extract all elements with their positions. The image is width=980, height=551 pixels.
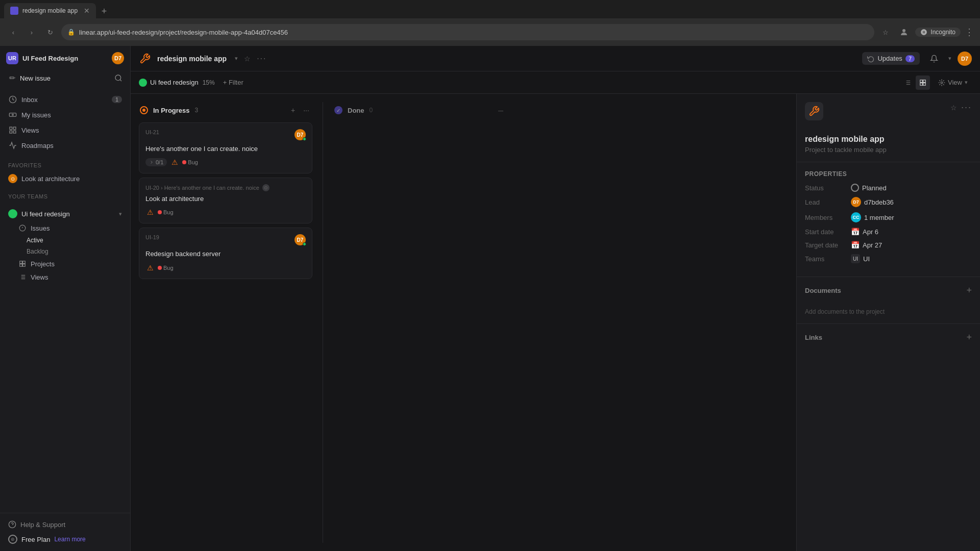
target-date-label: Target date: [805, 241, 851, 249]
list-view-button[interactable]: [900, 76, 915, 90]
updates-label: Updates: [877, 55, 902, 62]
my-issues-icon: [8, 110, 17, 119]
in-progress-more-button[interactable]: ···: [300, 104, 312, 116]
address-bar[interactable]: 🔒 linear.app/ui-feed-redesign/project/re…: [61, 24, 874, 40]
done-count: 0: [370, 107, 373, 114]
done-collapse-button[interactable]: –: [495, 104, 507, 116]
teams-value[interactable]: UI UI: [851, 254, 870, 263]
team-section: Ui feed redesign ▾ Issues Active Backlog: [0, 206, 130, 284]
issue-meta: ⚠ Bug: [145, 208, 306, 217]
inbox-icon: [8, 95, 17, 104]
properties-section: Properties Status Planned Lead D7 d7bdeb…: [797, 162, 980, 277]
svg-rect-6: [10, 131, 12, 133]
team-item-views[interactable]: Views: [14, 270, 126, 284]
incognito-button[interactable]: Incognito: [915, 28, 961, 37]
start-date-row: Start date 📅 Apr 6: [805, 228, 972, 236]
view-controls: [900, 76, 930, 90]
team-dot-icon: [8, 209, 17, 218]
favorite-label: Look at architecture: [21, 175, 80, 183]
issue-card-header: UI-19 D7: [145, 234, 306, 245]
properties-title: Properties: [805, 170, 972, 178]
favorite-look-at-architecture[interactable]: ⊙ Look at architecture: [4, 171, 126, 186]
free-plan-row: ⊚ Free Plan Learn more: [4, 532, 126, 547]
sub-item-active[interactable]: Active: [22, 235, 126, 246]
workspace-info[interactable]: UR UI Feed Redesign: [6, 52, 78, 64]
issue-avatar: D7: [295, 129, 306, 140]
sub-item-backlog[interactable]: Backlog: [22, 246, 126, 257]
lock-icon: 🔒: [67, 29, 75, 36]
project-title[interactable]: redesign mobile app: [157, 55, 227, 63]
sidebar-item-my-issues[interactable]: My issues: [4, 107, 126, 122]
members-avatar: CC: [851, 212, 861, 222]
start-date-value[interactable]: 📅 Apr 6: [851, 228, 878, 236]
done-column: ✓ Done 0 –: [333, 102, 507, 543]
svg-rect-29: [920, 80, 923, 82]
project-badge: Ui feed redesign: [139, 79, 199, 87]
tab-close-button[interactable]: ✕: [84, 7, 90, 15]
incognito-label: Incognito: [930, 29, 955, 36]
in-progress-add-button[interactable]: +: [287, 104, 299, 116]
forward-button[interactable]: ›: [24, 25, 39, 39]
issue-card-ui20[interactable]: UI-20 › Here's another one I can create.…: [139, 178, 312, 223]
documents-title: Documents: [805, 287, 841, 294]
active-tab[interactable]: redesign mobile app ✕: [4, 3, 96, 18]
views-team-label: Views: [31, 273, 48, 281]
browser-more-button[interactable]: ⋮: [965, 27, 974, 38]
app-container: UR UI Feed Redesign D7 ✏ New issue Inbox…: [0, 46, 980, 551]
topbar: redesign mobile app ▾ ☆ ··· Updates 7 ▾ …: [131, 46, 980, 71]
label-text: Bug: [163, 265, 174, 271]
panel-star-icon[interactable]: ☆: [950, 104, 957, 112]
sidebar-item-inbox[interactable]: Inbox 1: [4, 92, 126, 107]
view-dropdown-button[interactable]: View ▾: [934, 77, 972, 88]
issue-id: UI-21: [145, 129, 159, 135]
topbar-star-icon[interactable]: ☆: [244, 55, 251, 63]
svg-rect-11: [20, 261, 22, 264]
topbar-user-avatar[interactable]: D7: [958, 52, 972, 66]
documents-add-button[interactable]: +: [966, 285, 972, 296]
status-value[interactable]: Planned: [851, 184, 887, 192]
panel-project-title: redesign mobile app: [797, 135, 980, 144]
new-tab-button[interactable]: +: [97, 4, 111, 18]
reload-button[interactable]: ↻: [43, 25, 57, 39]
issue-title: Redesign backend server: [145, 249, 306, 259]
lead-value[interactable]: D7 d7bdeb36: [851, 197, 894, 207]
target-date-value[interactable]: 📅 Apr 27: [851, 241, 882, 249]
label-text: Bug: [163, 209, 174, 215]
grid-view-button[interactable]: [916, 76, 930, 90]
issue-card-ui19[interactable]: UI-19 D7 Redesign backend server ⚠ Bu: [139, 228, 312, 279]
learn-more-link[interactable]: Learn more: [54, 536, 85, 543]
svg-rect-13: [20, 264, 22, 267]
help-support-button[interactable]: Help & Support: [4, 517, 126, 532]
user-avatar[interactable]: D7: [112, 52, 124, 64]
search-button[interactable]: [111, 70, 126, 86]
team-header[interactable]: Ui feed redesign ▾: [4, 206, 126, 221]
links-add-button[interactable]: +: [966, 332, 972, 343]
bookmark-button[interactable]: ☆: [878, 25, 893, 39]
team-item-projects[interactable]: Projects: [14, 257, 126, 270]
filter-button[interactable]: + Filter: [219, 77, 248, 88]
panel-more-button[interactable]: ···: [961, 102, 972, 113]
board-area: In Progress 3 + ··· UI-21 D7: [131, 94, 796, 551]
in-progress-count: 3: [195, 107, 199, 114]
board-divider: [323, 102, 323, 543]
topbar-more-button[interactable]: ···: [257, 54, 266, 63]
status-text: Planned: [862, 184, 887, 192]
team-item-issues[interactable]: Issues: [14, 221, 126, 235]
notification-button[interactable]: [926, 51, 942, 67]
label-badge: Bug: [158, 265, 174, 271]
team-name: Ui feed redesign: [21, 210, 115, 218]
new-issue-button[interactable]: ✏ New issue: [4, 70, 109, 86]
members-value[interactable]: CC 1 member: [851, 212, 894, 222]
updates-button[interactable]: Updates 7: [862, 52, 920, 65]
status-row: Status Planned: [805, 184, 972, 192]
links-title: Links: [805, 334, 822, 341]
back-button[interactable]: ‹: [6, 25, 20, 39]
profile-button[interactable]: [897, 25, 911, 39]
sidebar-item-roadmaps[interactable]: Roadmaps: [4, 138, 126, 153]
sidebar-item-views[interactable]: Views: [4, 122, 126, 138]
issue-card-ui21[interactable]: UI-21 D7 Here's another one I can create…: [139, 122, 312, 173]
members-text: 1 member: [864, 214, 894, 221]
ref-link-icon: ⊙: [262, 184, 270, 191]
view-chevron-icon: ▾: [965, 79, 968, 86]
inbox-badge: 1: [112, 96, 122, 103]
